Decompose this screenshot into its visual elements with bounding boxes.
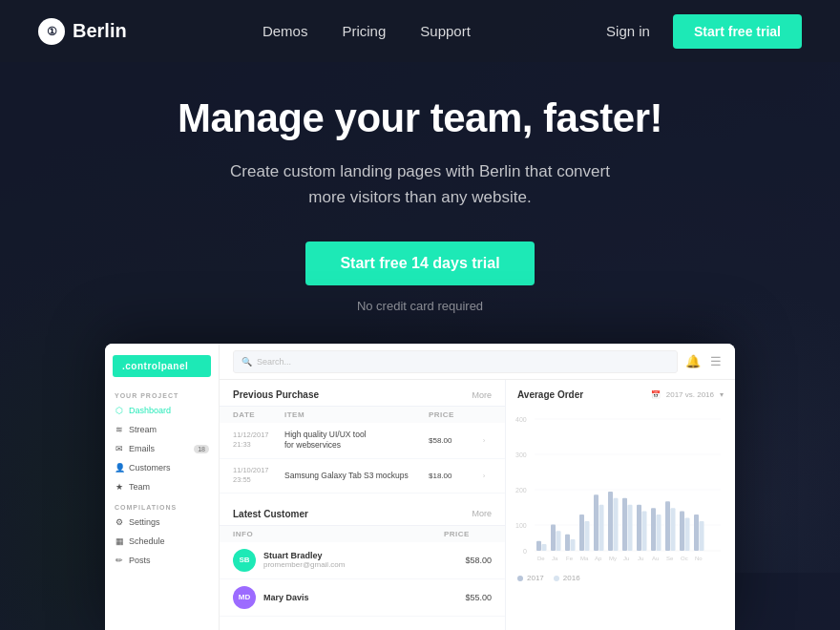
sidebar-label-customers: Customers <box>129 463 171 472</box>
calendar-icon: 📅 <box>651 390 661 399</box>
hero-content: Manage your team, faster! Create custom … <box>0 95 840 313</box>
customer-info-2: Mary Davis <box>263 593 457 602</box>
svg-rect-27 <box>657 514 662 551</box>
topbar: 🔍 Search... 🔔 ☰ <box>220 344 735 380</box>
th-arrow <box>476 410 492 419</box>
sidebar-label-emails: Emails <box>129 444 155 453</box>
svg-rect-33 <box>700 521 704 551</box>
chart-panel: Average Order 📅 2017 vs. 2016 ▾ <box>506 380 735 630</box>
th-price: PRICE <box>429 410 476 419</box>
chart-controls: 📅 2017 vs. 2016 ▾ <box>651 390 724 399</box>
svg-text:Fe: Fe <box>566 556 574 561</box>
search-placeholder: Search... <box>257 357 291 367</box>
latest-customer-table-header: INFO PRICE <box>220 526 505 542</box>
sidebar-item-team[interactable]: ★ Team <box>105 477 219 496</box>
svg-rect-28 <box>665 501 670 551</box>
sidebar-item-dashboard[interactable]: ⬡ Dashboard <box>105 401 219 420</box>
sidebar-item-emails[interactable]: ✉ Emails 18 <box>105 439 219 458</box>
bar-chart: 400 300 200 100 0 <box>515 410 725 562</box>
latest-customer-more[interactable]: More <box>472 509 492 518</box>
th-cust-price: PRICE <box>444 530 492 538</box>
td-date-1: 11/12/2017 21:33 <box>233 430 284 451</box>
svg-rect-17 <box>585 521 590 551</box>
svg-text:400: 400 <box>515 416 527 423</box>
dashboard-body: Previous Purchase More DATE ITEM PRICE 1… <box>220 380 735 630</box>
prev-purchase-more[interactable]: More <box>472 390 492 400</box>
topbar-icons: 🔔 ☰ <box>685 354 722 368</box>
td-date-2: 11/10/2017 23:55 <box>233 466 284 486</box>
avatar-md: MD <box>233 586 256 609</box>
sidebar-item-settings[interactable]: ⚙ Settings <box>105 513 219 532</box>
th-info: INFO <box>233 530 444 538</box>
svg-text:No: No <box>695 556 703 561</box>
svg-rect-18 <box>594 494 598 551</box>
brand-logo[interactable]: ① Berlin <box>38 18 127 45</box>
customer-email-1: promember@gmail.com <box>263 560 457 569</box>
search-icon: 🔍 <box>242 357 252 367</box>
svg-text:Ju: Ju <box>638 556 643 561</box>
sidebar-label-schedule: Schedule <box>129 536 165 546</box>
latest-customer-header: Latest Customer More <box>220 499 505 526</box>
svg-text:Oc: Oc <box>681 556 688 561</box>
hero-title: Manage your team, faster! <box>0 95 840 141</box>
td-price-2: $18.00 <box>429 472 476 480</box>
svg-rect-30 <box>680 512 684 551</box>
svg-text:100: 100 <box>515 522 527 529</box>
brand-name: Berlin <box>73 20 127 42</box>
posts-icon: ✏ <box>115 556 124 565</box>
td-price-1: $58.00 <box>429 436 476 445</box>
chart-dropdown-icon[interactable]: ▾ <box>720 390 724 399</box>
svg-rect-26 <box>651 508 656 551</box>
emails-badge: 18 <box>194 445 209 453</box>
hero-cta-button[interactable]: Start free 14 days trial <box>305 242 534 285</box>
svg-rect-14 <box>565 535 570 551</box>
td-item-2: Samsung Galaxy Tab S3 mockups <box>284 471 429 481</box>
svg-rect-20 <box>608 492 613 551</box>
no-cc-label: No credit card required <box>0 299 840 313</box>
nav-pricing[interactable]: Pricing <box>342 23 386 39</box>
sidebar-item-customers[interactable]: 👤 Customers <box>105 458 219 477</box>
sidebar-item-posts[interactable]: ✏ Posts <box>105 551 219 570</box>
sidebar-item-schedule[interactable]: ▦ Schedule <box>105 532 219 551</box>
logo-icon: ① <box>38 18 65 45</box>
menu-icon[interactable]: ☰ <box>710 354 722 368</box>
chart-area: 400 300 200 100 0 <box>506 406 735 574</box>
table-row: 11/10/2017 23:55 Samsung Galaxy Tab S3 m… <box>220 459 505 494</box>
customer-price-2: $55.00 <box>465 593 492 602</box>
signin-link[interactable]: Sign in <box>606 23 650 39</box>
emails-icon: ✉ <box>115 444 124 453</box>
prev-purchase-title: Previous Purchase <box>233 389 319 400</box>
svg-rect-31 <box>685 518 690 552</box>
nav-support[interactable]: Support <box>420 23 471 39</box>
search-bar[interactable]: 🔍 Search... <box>233 350 678 373</box>
svg-rect-23 <box>628 505 633 551</box>
svg-rect-19 <box>599 505 604 551</box>
svg-rect-10 <box>536 541 541 551</box>
sidebar-label-dashboard: Dashboard <box>129 406 171 415</box>
td-arrow-1: › <box>476 436 492 445</box>
svg-text:300: 300 <box>515 452 527 458</box>
notification-icon[interactable]: 🔔 <box>685 354 701 368</box>
svg-text:Ma: Ma <box>580 556 589 561</box>
svg-rect-24 <box>637 505 641 551</box>
svg-rect-16 <box>579 514 584 551</box>
table-row: 11/12/2017 21:33 High quality UI/UX tool… <box>220 423 505 459</box>
nav-cta-button[interactable]: Start free trial <box>673 14 802 49</box>
svg-text:My: My <box>609 556 617 561</box>
svg-rect-25 <box>642 512 647 551</box>
nav-demos[interactable]: Demos <box>262 23 308 39</box>
sidebar-section-compilations: COMPILATIONS <box>105 500 219 513</box>
customers-icon: 👤 <box>115 463 124 472</box>
customer-row: MD Mary Davis $55.00 <box>220 579 505 617</box>
stream-icon: ≋ <box>115 425 124 434</box>
legend-dot-2017 <box>517 576 523 581</box>
prev-purchase-header: Previous Purchase More <box>220 380 505 407</box>
sidebar-label-stream: Stream <box>129 425 157 434</box>
nav-links: Demos Pricing Support <box>262 23 471 39</box>
svg-rect-11 <box>542 544 547 551</box>
sidebar-brand: .controlpanel <box>113 355 211 377</box>
sidebar-item-stream[interactable]: ≋ Stream <box>105 420 219 439</box>
chart-header: Average Order 📅 2017 vs. 2016 ▾ <box>506 380 735 406</box>
dashboard-preview: .controlpanel YOUR PROJECT ⬡ Dashboard ≋… <box>105 344 735 630</box>
svg-text:Ju: Ju <box>623 556 629 561</box>
